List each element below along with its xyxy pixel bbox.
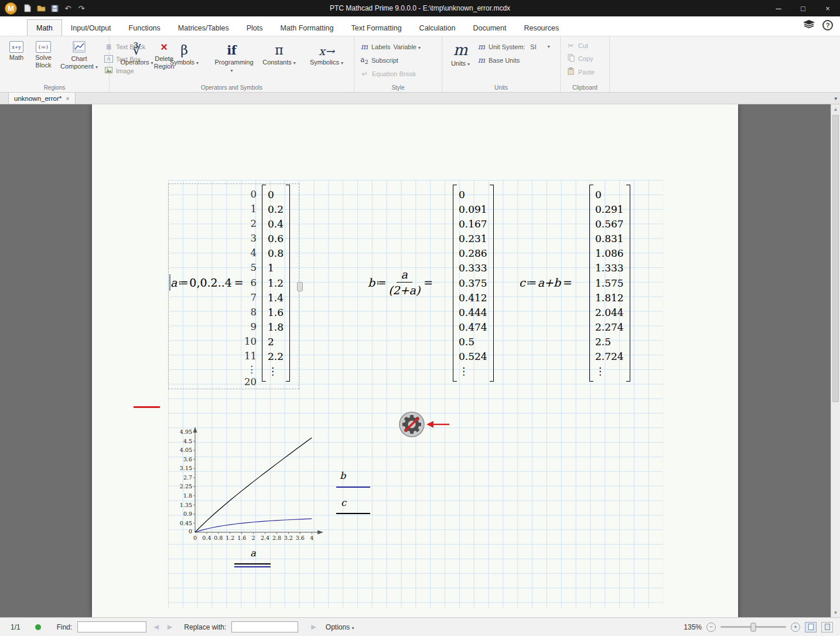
equation-break-button[interactable]: ↵ Equation Break	[358, 69, 438, 79]
labels-button[interactable]: m Labels Variable ▾	[358, 41, 438, 52]
undo-icon[interactable]: ↶	[63, 4, 73, 13]
base-units-icon: m	[477, 56, 486, 64]
region-a-result-matrix[interactable]: 00.20.40.60.811.21.41.61.822.2⋮	[262, 185, 290, 382]
plot-x-axis-label[interactable]: a	[235, 547, 271, 559]
calculation-error-icon[interactable]	[398, 411, 425, 438]
tab-math-formatting[interactable]: Math Formatting	[271, 20, 342, 36]
document-tab[interactable]: unknown_error* ×	[8, 93, 76, 104]
math-region-icon: x+y	[9, 41, 23, 53]
vertical-scrollbar[interactable]: ▲ ▼	[831, 104, 840, 617]
solve-block-button[interactable]: {≔} Solve Block	[29, 39, 57, 70]
symbolics-button[interactable]: x→ Symbolics ▾	[304, 39, 350, 68]
programming-button[interactable]: if Programming ▾	[209, 39, 255, 75]
region-a-expression[interactable]: a≔0,0.2..4=	[170, 185, 244, 380]
maximize-button[interactable]: □	[791, 0, 815, 16]
document-tab-bar: unknown_error* × ▾	[0, 93, 840, 104]
svg-text:1.8: 1.8	[183, 492, 192, 499]
find-previous-icon[interactable]: ◀	[152, 623, 160, 631]
svg-text:4.05: 4.05	[180, 447, 192, 453]
math-region-button[interactable]: x+y Math	[4, 39, 29, 63]
region-b-expression[interactable]: b≔a(2+a)=	[368, 185, 433, 380]
group-label-units: Units	[442, 84, 560, 91]
zoom-slider-thumb[interactable]	[751, 623, 756, 631]
replace-next-icon[interactable]: ▶	[309, 623, 317, 631]
options-button[interactable]: Options ▾	[326, 623, 354, 631]
svg-text:1.35: 1.35	[180, 502, 192, 508]
constants-button[interactable]: π Constants ▾	[257, 39, 302, 68]
scroll-down-icon[interactable]: ▼	[831, 608, 840, 617]
cut-icon: ✂	[566, 42, 575, 50]
labels-icon: m	[360, 42, 368, 51]
svg-text:2.25: 2.25	[180, 483, 192, 489]
window-title: PTC Mathcad Prime 9.0.0.0 - E:\tmp\unkno…	[330, 4, 510, 12]
chart-component-button[interactable]: Chart Component ▾	[57, 39, 101, 72]
units-icon: m	[453, 41, 468, 59]
ribbon-group-style: m Labels Variable ▾ a2 Subscript ↵ Equat…	[354, 36, 442, 92]
tab-input-output[interactable]: Input/Output	[62, 20, 120, 36]
group-label-style: Style	[354, 84, 442, 91]
worksheet-canvas[interactable]: a≔0,0.2..4= 01234567891011⋮20 00.20.40.6…	[0, 104, 840, 617]
region-drag-handle[interactable]	[297, 282, 303, 291]
copy-button[interactable]: Copy	[564, 53, 606, 64]
tab-calculation[interactable]: Calculation	[411, 20, 465, 36]
help-icon[interactable]: ?	[822, 20, 833, 30]
programming-icon: if	[227, 41, 236, 57]
equation-break-icon: ↵	[360, 70, 369, 78]
svg-text:4.95: 4.95	[180, 428, 192, 435]
draft-view-button[interactable]	[821, 622, 833, 632]
region-c-expression[interactable]: c≔a+b=	[519, 185, 572, 380]
resources-stack-icon[interactable]	[803, 19, 815, 31]
minimize-button[interactable]: ─	[766, 0, 791, 16]
tab-plots[interactable]: Plots	[238, 20, 272, 36]
scrollbar-thumb[interactable]	[832, 115, 839, 402]
find-next-icon[interactable]: ▶	[166, 623, 174, 631]
open-file-icon[interactable]	[36, 4, 46, 13]
replace-label: Replace with:	[184, 623, 226, 631]
tab-matrices-tables[interactable]: Matrices/Tables	[169, 20, 238, 36]
svg-text:3.15: 3.15	[180, 465, 192, 471]
replace-input[interactable]	[231, 621, 298, 632]
mathcad-logo-icon[interactable]: M	[5, 2, 17, 15]
paste-button[interactable]: Paste	[564, 66, 606, 78]
xy-plot-svg[interactable]: 0.40.81.21.622.42.83.23.640.450.91.351.8…	[176, 424, 328, 542]
svg-text:1.6: 1.6	[237, 535, 246, 541]
chevron-down-icon: ▾	[293, 60, 296, 66]
unit-system-dropdown[interactable]: m Unit System: SI ▾	[475, 41, 552, 52]
close-button[interactable]: ×	[815, 0, 840, 16]
chevron-down-icon: ▾	[230, 68, 233, 73]
operators-button[interactable]: ∛ Operators ▾	[114, 39, 160, 68]
zoom-out-icon[interactable]: −	[706, 623, 716, 632]
tab-document[interactable]: Document	[464, 20, 515, 36]
region-b-result-matrix[interactable]: 00.0910.1670.2310.2860.3330.3750.4120.44…	[453, 185, 494, 382]
zoom-slider[interactable]	[721, 626, 786, 628]
page-view-button[interactable]	[805, 622, 817, 632]
chevron-down-icon: ▾	[341, 60, 343, 66]
tab-resources[interactable]: Resources	[515, 20, 568, 36]
plot-trace-label-c[interactable]: c	[341, 497, 346, 508]
statusbar: 1/1 Find: ◀ ▶ Replace with: ▶ Options ▾ …	[0, 617, 840, 636]
scroll-up-icon[interactable]: ▲	[831, 104, 840, 114]
svg-text:2: 2	[252, 535, 255, 541]
svg-text:3.6: 3.6	[296, 535, 305, 541]
plot-trace-label-b[interactable]: b	[340, 470, 346, 481]
tab-list-dropdown-icon[interactable]: ▾	[834, 96, 840, 101]
tab-text-formatting[interactable]: Text Formatting	[342, 20, 410, 36]
region-c-result-matrix[interactable]: 00.2910.5670.8311.0861.3331.5751.8122.04…	[589, 185, 630, 382]
chevron-down-icon: ▾	[548, 44, 550, 49]
new-file-icon[interactable]	[23, 4, 32, 13]
cut-button[interactable]: ✂ Cut	[564, 40, 606, 51]
subscript-button[interactable]: a2 Subscript	[358, 55, 438, 66]
redo-icon[interactable]: ↷	[77, 4, 86, 13]
symbols-button[interactable]: β Symbols ▾	[162, 39, 207, 68]
tab-functions[interactable]: Functions	[120, 20, 169, 36]
labels-style-dropdown[interactable]: Variable ▾	[393, 43, 421, 50]
close-tab-icon[interactable]: ×	[66, 95, 69, 102]
symbols-icon: β	[180, 41, 188, 57]
find-input[interactable]	[77, 621, 146, 632]
save-icon[interactable]	[50, 4, 59, 13]
tab-math[interactable]: Math	[27, 19, 62, 36]
zoom-in-icon[interactable]: +	[791, 623, 800, 632]
base-units-button[interactable]: m Base Units	[475, 55, 552, 66]
units-button[interactable]: m Units ▾	[446, 39, 475, 69]
zoom-level: 135%	[684, 623, 702, 631]
